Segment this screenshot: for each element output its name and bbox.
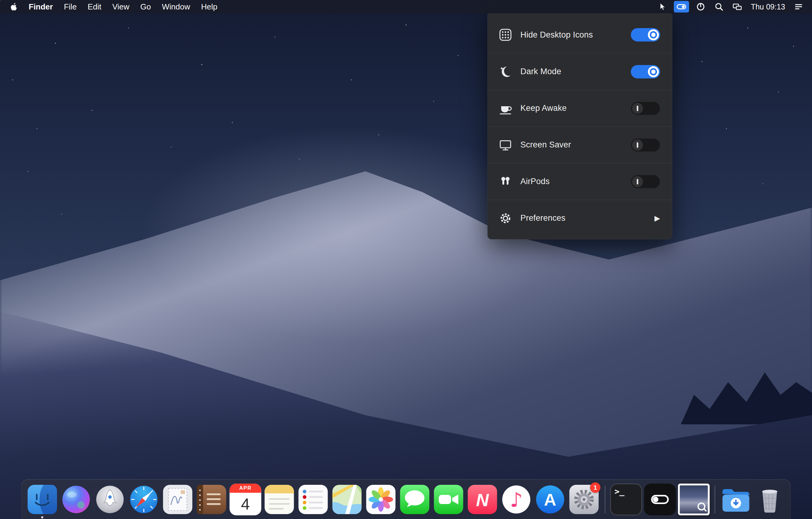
desktop-icons-grid-icon <box>498 28 513 42</box>
gear-icon <box>498 211 513 225</box>
music-note-glyph: ♪ <box>510 488 523 512</box>
airpods-icon <box>498 174 513 189</box>
calendar-day: 4 <box>230 493 261 515</box>
dock-terminal[interactable]: >_ <box>610 484 642 515</box>
toggle-glyph-icon <box>676 2 687 11</box>
spotlight-search-icon[interactable] <box>710 0 728 13</box>
magnifier-icon <box>698 502 705 511</box>
dock-facetime[interactable] <box>433 484 465 515</box>
terminal-prompt: >_ <box>615 487 625 496</box>
coffee-cup-icon <box>498 101 513 115</box>
wallpaper-dune-glow <box>0 0 812 519</box>
wallpaper-dune-foreground <box>0 0 812 519</box>
news-letter: N <box>476 490 489 510</box>
dock-reminders[interactable] <box>297 484 329 515</box>
hide-desktop-icons-toggle[interactable] <box>631 28 660 42</box>
menu-bar-clock[interactable]: Thu 09:13 <box>747 2 789 11</box>
dock-mail[interactable] <box>162 484 194 515</box>
dock-photos[interactable] <box>365 484 397 515</box>
display-icon <box>498 138 513 152</box>
dock-screenshot-preview[interactable] <box>678 484 710 515</box>
menu-view[interactable]: View <box>107 0 135 13</box>
menu-go[interactable]: Go <box>135 0 156 13</box>
cursor-icon <box>653 0 671 13</box>
panel-item-dark-mode[interactable]: Dark Mode <box>488 53 672 90</box>
one-switch-menubar-icon[interactable] <box>674 1 689 12</box>
notification-badge: 1 <box>590 482 601 493</box>
desktop-wallpaper <box>0 0 812 519</box>
dock-trash[interactable] <box>754 484 786 515</box>
dock-music[interactable]: ♪ <box>500 484 532 515</box>
dock-separator <box>715 485 715 514</box>
calendar-month: APR <box>230 484 261 493</box>
panel-item-label: Screen Saver <box>520 140 571 149</box>
dock-siri[interactable] <box>60 484 92 515</box>
dock-launchpad[interactable] <box>94 484 126 515</box>
toggle-knob <box>648 29 659 40</box>
keep-awake-toggle[interactable] <box>631 102 660 115</box>
screen-saver-toggle[interactable] <box>631 138 660 152</box>
toggle-knob <box>632 103 643 114</box>
active-app-menu[interactable]: Finder <box>23 0 58 13</box>
one-switch-panel: Hide Desktop Icons Dark Mode Keep Awake … <box>488 13 672 239</box>
panel-item-keep-awake[interactable]: Keep Awake <box>488 90 672 127</box>
dock-separator <box>605 485 606 514</box>
toggle-knob <box>632 139 643 151</box>
panel-item-label: AirPods <box>520 177 550 186</box>
panel-item-label: Preferences <box>520 213 566 223</box>
dock-notes[interactable] <box>264 484 295 515</box>
dock-one-switch[interactable] <box>644 484 676 515</box>
panel-item-hide-desktop-icons[interactable]: Hide Desktop Icons <box>488 17 672 53</box>
dock-messages[interactable] <box>399 484 431 515</box>
dock-contacts[interactable] <box>196 484 228 515</box>
dock-maps[interactable] <box>331 484 363 515</box>
submenu-arrow-icon: ▶ <box>655 214 660 223</box>
toggle-knob <box>648 66 659 77</box>
dark-mode-toggle[interactable] <box>631 65 660 79</box>
screenshot-thumbnail <box>680 485 708 514</box>
dock-app-store[interactable]: A <box>534 484 566 515</box>
screen-mirroring-icon[interactable] <box>728 0 747 13</box>
apple-logo-icon <box>10 2 18 11</box>
dock: APR 4 <box>21 479 791 519</box>
panel-item-screen-saver[interactable]: Screen Saver <box>488 127 672 163</box>
toggle-pill-icon <box>651 495 669 504</box>
appstore-letter: A <box>544 490 556 509</box>
menu-file[interactable]: File <box>58 0 82 13</box>
airpods-toggle[interactable] <box>631 175 660 188</box>
panel-item-label: Hide Desktop Icons <box>520 30 593 40</box>
panel-item-label: Keep Awake <box>520 104 567 113</box>
wallpaper-dune <box>0 0 812 519</box>
dock-system-preferences[interactable]: 1 <box>568 484 600 515</box>
panel-item-airpods[interactable]: AirPods <box>488 163 672 200</box>
wallpaper-mountains <box>681 354 812 425</box>
moon-icon <box>498 65 513 79</box>
dock-safari[interactable] <box>128 484 160 515</box>
dock-news[interactable]: N <box>467 484 498 515</box>
status-ring-icon[interactable] <box>692 0 710 13</box>
dock-finder[interactable] <box>27 484 58 515</box>
panel-item-preferences[interactable]: Preferences ▶ <box>488 200 672 236</box>
dock-calendar[interactable]: APR 4 <box>230 484 261 515</box>
menu-help[interactable]: Help <box>196 0 223 13</box>
menu-edit[interactable]: Edit <box>82 0 107 13</box>
menu-window[interactable]: Window <box>156 0 196 13</box>
dock-downloads[interactable] <box>720 484 752 515</box>
running-indicator <box>41 516 43 518</box>
menu-bar: Finder File Edit View Go Window Help <box>0 0 812 13</box>
toggle-knob <box>632 176 643 187</box>
notification-center-icon[interactable] <box>789 0 808 13</box>
panel-item-label: Dark Mode <box>520 67 561 76</box>
apple-menu[interactable] <box>4 0 23 13</box>
